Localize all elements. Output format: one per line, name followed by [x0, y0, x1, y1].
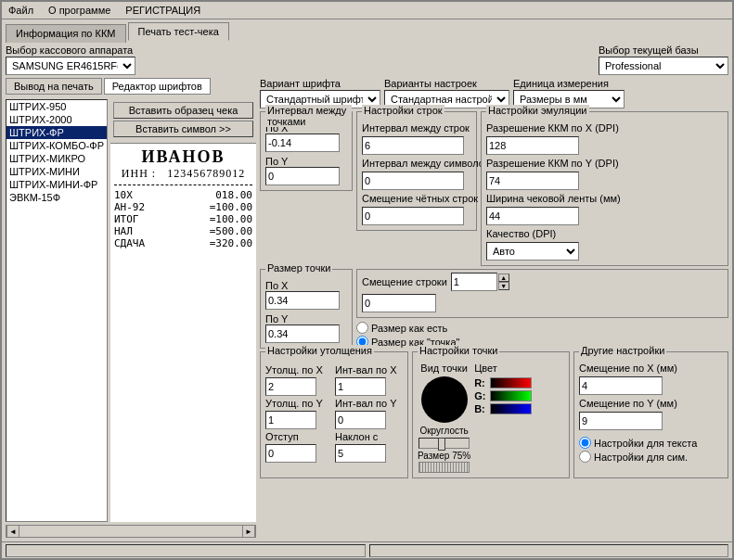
menubar: Файл О программе РЕГИСТРАЦИЯ	[2, 2, 732, 19]
subtabbar: Вывод на печать Редактор шрифтов	[6, 78, 256, 95]
main-tabbar: Информация по ККМ Печать тест-чека	[2, 19, 732, 41]
font-list[interactable]: ШТРИХ-950ШТРИХ-2000ШТРИХ-ФРШТРИХ-КОМБО-Ф…	[6, 99, 108, 522]
color-b-label: B:	[474, 403, 487, 414]
color-b-slider[interactable]	[490, 403, 532, 414]
scroll-right-btn[interactable]: ►	[242, 525, 255, 538]
menu-about[interactable]: О программе	[45, 4, 113, 17]
point-size-x-input[interactable]	[265, 291, 340, 310]
x-offset-input[interactable]	[579, 376, 663, 395]
menu-file[interactable]: Файл	[6, 4, 36, 17]
thickening-indent-input[interactable]	[265, 444, 316, 463]
kkm-select[interactable]: SAMSUNG ER4615RF(K	[6, 57, 135, 75]
status-panel-2	[369, 544, 729, 557]
statusbar	[2, 541, 732, 558]
thickening-tilt-input[interactable]	[335, 444, 386, 463]
color-g-label: G:	[474, 390, 487, 401]
radio-text[interactable]: Настройки для текста	[579, 437, 723, 449]
quality-select[interactable]: Авто	[486, 242, 579, 261]
preview-toolbar: Вставить образец чека Вставить символ >>	[110, 99, 256, 140]
tape-width-input[interactable]	[486, 207, 579, 225]
content-panel: Вывод на печать Редактор шрифтов ШТРИХ-9…	[6, 78, 728, 538]
radio-sym-input[interactable]	[579, 451, 591, 463]
radio-sym[interactable]: Настройки для сим.	[579, 451, 723, 463]
thickening-y-interval-input[interactable]	[335, 411, 386, 429]
middle-settings-row: Интервал между точками По X По Y Нас	[260, 111, 728, 266]
menu-register[interactable]: РЕГИСТРАЦИЯ	[122, 4, 203, 17]
insert-sample-button[interactable]: Вставить образец чека	[113, 102, 253, 119]
preview-item-2: АН-92 =100.00	[114, 201, 252, 213]
point-y-label: По Y	[265, 156, 288, 167]
size-radio-group: Размер как есть Размер как "точка"	[356, 322, 728, 348]
dpi-x-input[interactable]	[486, 136, 579, 155]
thickening-x-input[interactable]	[265, 377, 316, 396]
h-scrollbar[interactable]: ◄ ►	[6, 525, 256, 538]
spinner-up-btn[interactable]: ▲	[498, 274, 509, 282]
font-list-item[interactable]: ШТРИХ-МИНИ-ФР	[6, 178, 107, 191]
thickening-label: Настройки утолщения	[265, 345, 374, 356]
point-y-input[interactable]	[265, 167, 340, 185]
status-panel-1	[6, 544, 366, 557]
spinner-btns: ▲ ▼	[498, 274, 509, 290]
radio-text-input[interactable]	[579, 437, 591, 449]
unit-label: Единица измерения	[513, 78, 625, 89]
subtab-font-editor[interactable]: Редактор шрифтов	[104, 78, 211, 95]
color-g-slider[interactable]	[490, 390, 532, 401]
point-x-input[interactable]	[265, 134, 340, 152]
point-size-y-input[interactable]	[265, 325, 340, 343]
preview-inn: ИНН : 123456789012	[114, 167, 252, 181]
base-select[interactable]: Professional	[599, 57, 728, 75]
font-list-item[interactable]: ШТРИХ-МИНИ	[6, 165, 107, 178]
radio-as-point[interactable]: Размер как "точка"	[356, 336, 728, 348]
x-offset-label: Смещение по X (мм)	[579, 363, 723, 374]
point-spacing-label: Интервал между точками	[265, 105, 352, 127]
radio-as-is-input[interactable]	[356, 322, 368, 334]
color-r-slider[interactable]	[490, 377, 532, 388]
row-settings-content: Интервал между строк Интервал между симв…	[362, 122, 471, 225]
point-size-section: Размер точки По X По Y	[260, 269, 353, 349]
row-offset-spinner-input[interactable]	[451, 273, 497, 291]
symbol-interval-input[interactable]	[362, 172, 464, 190]
point-size-content: По X По Y	[265, 280, 347, 343]
point-y-group: По Y	[265, 156, 347, 185]
scroll-left-btn[interactable]: ◄	[6, 525, 19, 538]
preview-item-1: 10Х 018.00	[114, 189, 252, 201]
point-type-area: Вид точки Округлость Размер 75%	[418, 363, 470, 473]
even-offset-input[interactable]	[362, 207, 464, 225]
roundness-thumb	[438, 438, 445, 451]
row-interval-input[interactable]	[362, 136, 464, 155]
roundness-slider[interactable]	[419, 438, 470, 449]
main-window: Файл О программе РЕГИСТРАЦИЯ Информация …	[0, 0, 734, 560]
font-list-item[interactable]: ШТРИХ-КОМБО-ФР	[6, 139, 107, 152]
thickening-indent-label: Отступ	[265, 431, 333, 442]
font-list-item[interactable]: ШТРИХ-ФР	[6, 126, 107, 139]
font-list-item[interactable]: ШТРИХ-МИКРО	[6, 152, 107, 165]
tab-info[interactable]: Информация по ККМ	[6, 24, 126, 43]
color-g-row: G:	[474, 390, 532, 401]
insert-symbol-button[interactable]: Вставить символ >>	[113, 121, 253, 137]
thickening-y-input[interactable]	[265, 411, 316, 429]
point-type-label: Вид точки	[420, 363, 467, 374]
dpi-y-input[interactable]	[486, 172, 579, 190]
row-offset-value-input[interactable]	[362, 294, 436, 312]
size-slider-dashed	[419, 462, 470, 473]
spinner-down-btn[interactable]: ▼	[498, 282, 509, 290]
subtab-output[interactable]: Вывод на печать	[6, 78, 102, 95]
font-list-item[interactable]: ЭВКМ-15Ф	[6, 191, 107, 204]
dpi-y-label: Разрешение ККМ по Y (DPI)	[486, 158, 723, 169]
point-settings-section: Настройки точки Вид точки Округлость Ра	[412, 351, 570, 478]
thickening-tilt-label: Наклон с	[335, 431, 403, 442]
y-offset-input[interactable]	[579, 412, 663, 430]
color-area: Цвет R: G:	[474, 363, 532, 473]
row-offset-spinner: ▲ ▼	[451, 273, 509, 291]
radio-as-is[interactable]: Размер как есть	[356, 322, 728, 334]
color-label: Цвет	[474, 363, 497, 374]
roundness-label: Округлость	[419, 426, 468, 436]
tab-print-test[interactable]: Печать тест-чека	[128, 22, 229, 41]
emulation-section: Настройки эмуляции Разрешение ККМ по X (…	[481, 111, 728, 266]
color-r-label: R:	[474, 377, 487, 388]
preview-panel: Вставить образец чека Вставить символ >>…	[110, 99, 256, 522]
font-list-item[interactable]: ШТРИХ-2000	[6, 113, 107, 126]
thickening-x-interval-input[interactable]	[335, 377, 386, 396]
font-list-item[interactable]: ШТРИХ-950	[6, 100, 107, 113]
top-row: Выбор кассового аппарата SAMSUNG ER4615R…	[6, 45, 728, 75]
